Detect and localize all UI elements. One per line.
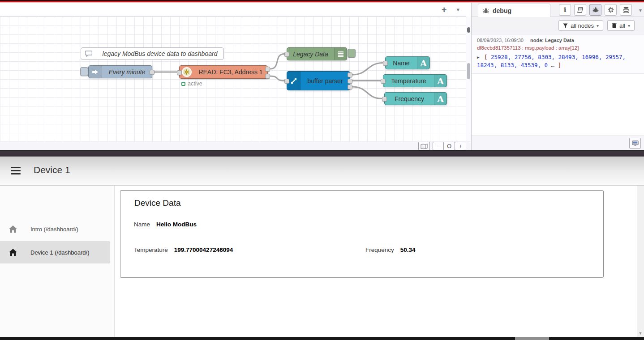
sidebar-item-intro-label: Intro (/dashboard/) <box>30 226 78 233</box>
open-debug-window-button[interactable] <box>629 138 641 149</box>
node-red-editor: + ▾ legacy ModBus <box>0 3 644 150</box>
dashboard-vertical-scrollbar[interactable]: ▼ <box>637 186 644 337</box>
bottom-taskbar <box>0 337 644 340</box>
debug-sidebar-footer <box>472 136 644 150</box>
buffer-parser-output-port-3[interactable] <box>348 85 352 89</box>
modbus-read-input-port[interactable] <box>177 70 182 75</box>
modbus-read-node-label: READ: FC3, Address 1 <box>194 66 267 78</box>
legacy-data-node-label: Legacy Data <box>287 48 334 60</box>
ui-text-temperature-input-port[interactable] <box>381 79 386 84</box>
buffer-parser-output-port-2[interactable] <box>348 79 352 84</box>
dashboard-main: Device Data NameHello ModBus Temperature… <box>115 186 637 337</box>
debug-message-node: node: Legacy Data <box>530 38 574 43</box>
field-frequency-value: 50.34 <box>400 246 416 253</box>
scrollbar-thumb[interactable] <box>467 63 470 79</box>
modbus-read-node[interactable]: READ: FC3, Address 1 <box>179 65 268 79</box>
debug-message-list[interactable]: 08/09/2023, 16:09:30 node: Legacy Data d… <box>472 34 644 136</box>
debug-message-timestamp: 08/09/2023, 16:09:30 <box>477 38 524 43</box>
status-ring-icon <box>181 82 185 86</box>
canvas-footer-bar: − O + <box>0 141 471 150</box>
caret-down-icon: ▾ <box>628 23 630 28</box>
debug-filter-button[interactable]: all nodes ▾ <box>558 20 603 31</box>
funnel-icon <box>563 23 568 28</box>
comment-node[interactable]: legacy ModBus device data to dashboard <box>81 47 224 60</box>
debug-toolbar: all nodes ▾ all ▾ <box>472 17 644 34</box>
flow-canvas[interactable]: legacy ModBus device data to dashboard E… <box>0 17 466 141</box>
flow-list-caret-icon[interactable]: ▾ <box>456 6 459 13</box>
field-temperature: Temperature199.77000427246094 <box>134 246 233 253</box>
debug-tab-button[interactable] <box>589 4 601 16</box>
debug-list-icon <box>334 48 347 60</box>
legacy-data-debug-node[interactable]: Legacy Data <box>287 47 347 60</box>
debug-message[interactable]: 08/09/2023, 16:09:30 node: Legacy Data d… <box>472 34 644 74</box>
ui-text-frequency-node[interactable]: Frequency A <box>384 92 447 105</box>
sidebar-tabbar: debug i ▾ <box>472 3 644 17</box>
tab-debug[interactable]: debug <box>478 4 550 17</box>
navigator-map-button[interactable] <box>418 142 430 150</box>
canvas-vertical-scrollbar[interactable] <box>466 17 471 141</box>
card-title: Device Data <box>134 198 181 208</box>
field-name-value: Hello ModBus <box>156 221 197 228</box>
modbus-read-output-port-1[interactable] <box>265 67 270 72</box>
zoom-in-button[interactable]: + <box>455 142 466 150</box>
window-separator-bar <box>0 150 644 157</box>
sidebar-menu-caret-icon[interactable]: ▾ <box>639 7 642 13</box>
ui-text-name-node[interactable]: Name A <box>385 56 430 69</box>
debug-toggle-button[interactable] <box>348 49 356 58</box>
modbus-read-output-port-2[interactable] <box>265 74 270 79</box>
scrollbar-dot[interactable] <box>467 27 470 33</box>
payload-bracket-close: ] <box>558 62 562 68</box>
field-temperature-value: 199.77000427246094 <box>174 246 233 253</box>
caret-down-icon: ▾ <box>597 23 599 28</box>
modbus-read-status-text: active <box>188 81 202 87</box>
buffer-parser-node[interactable]: buffer parser <box>287 71 350 90</box>
buffer-parser-output-port-1[interactable] <box>348 72 352 77</box>
ui-text-name-input-port[interactable] <box>383 61 388 66</box>
config-nodes-tab-button[interactable] <box>605 4 617 16</box>
legacy-data-input-port[interactable] <box>284 52 289 57</box>
sidebar-item-intro[interactable]: Intro (/dashboard/) <box>0 218 110 240</box>
buffer-parser-node-label: buffer parser <box>301 72 350 90</box>
comment-bubble-icon <box>81 48 96 60</box>
ui-text-name-label: Name <box>386 57 417 69</box>
home-icon <box>9 249 17 256</box>
debug-message-meta: df8ecbd817357113 : msg.payload : array[1… <box>477 45 640 51</box>
debug-message-payload[interactable]: ▶ [ 25928, 27756, 8303, 28493, 16996, 29… <box>477 53 640 69</box>
debug-sidebar: debug i ▾ <box>471 3 644 150</box>
trash-icon <box>612 23 617 28</box>
help-tab-button[interactable] <box>574 4 586 16</box>
text-A-icon: A <box>434 75 447 87</box>
info-tab-button[interactable]: i <box>559 4 571 16</box>
context-data-tab-button[interactable] <box>620 4 632 16</box>
text-A-icon: A <box>434 93 447 105</box>
ui-text-temperature-label: Temperature <box>383 75 434 87</box>
sidebar-item-device1-label: Device 1 (/dashboard/) <box>30 249 90 256</box>
payload-bracket-open: [ <box>484 54 488 60</box>
screen: + ▾ legacy ModBus <box>0 0 644 340</box>
sidebar-item-device1[interactable]: Device 1 (/dashboard/) <box>0 241 110 264</box>
zoom-out-button[interactable]: − <box>433 142 444 150</box>
scroll-down-arrow-icon[interactable]: ▼ <box>637 330 644 337</box>
inject-output-port[interactable] <box>150 70 155 75</box>
payload-ellipsis: … <box>551 62 555 68</box>
bottom-scrollbar-segment[interactable] <box>515 337 549 340</box>
home-icon <box>9 225 17 233</box>
buffer-parser-input-port[interactable] <box>284 79 289 84</box>
inject-node[interactable]: Every minute <box>88 65 152 78</box>
add-flow-button[interactable]: + <box>442 5 447 14</box>
ui-text-temperature-node[interactable]: Temperature A <box>383 74 447 87</box>
dashboard-header: Device 1 <box>0 157 644 186</box>
field-frequency-label: Frequency <box>365 246 394 253</box>
flow-tabbar: + ▾ <box>0 3 466 17</box>
ui-text-frequency-input-port[interactable] <box>382 97 387 102</box>
debug-clear-button[interactable]: all ▾ <box>607 20 635 31</box>
menu-hamburger-icon[interactable] <box>11 167 21 174</box>
zoom-reset-button[interactable]: O <box>444 142 455 150</box>
flow-workspace: + ▾ legacy ModBus <box>0 3 466 150</box>
comment-node-label: legacy ModBus device data to dashboard <box>96 48 223 60</box>
field-name-label: Name <box>134 221 150 228</box>
bug-icon <box>483 8 489 14</box>
expand-caret-icon[interactable]: ▶ <box>477 55 479 60</box>
field-frequency: Frequency50.34 <box>365 246 416 253</box>
inject-trigger-button[interactable] <box>80 67 88 76</box>
